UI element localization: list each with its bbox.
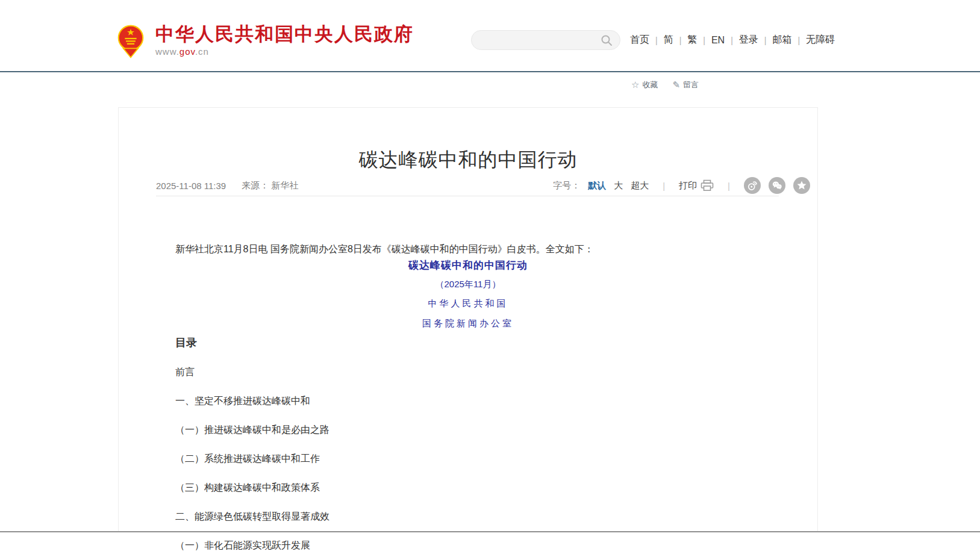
whitepaper-issuer-line2: 国务院新闻办公室 [119,318,817,329]
nav-link-simplified[interactable]: 简 [664,34,673,46]
meta-divider [156,196,779,196]
bottom-divider [0,531,980,532]
qzone-share-button[interactable] [793,177,810,194]
article-title: 碳达峰碳中和的中国行动 [119,147,817,173]
fontsize-label: 字号： [553,180,580,191]
site-logo[interactable]: 中华人民共和国中央人民政府 www.gov.cn [114,24,414,59]
fontsize-large-button[interactable]: 大 [614,180,623,191]
pen-icon: ✎ [672,79,680,90]
favorite-label: 收藏 [642,79,658,90]
site-url: www.gov.cn [155,46,414,57]
nav-link-mail[interactable]: 邮箱 [772,34,791,46]
site-title: 中华人民共和国中央人民政府 [155,24,414,45]
print-label: 打印 [679,180,697,191]
toc-item: 一、坚定不移推进碳达峰碳中和 [175,395,329,408]
toc-item: 二、能源绿色低碳转型取得显著成效 [175,511,329,523]
nav-link-english[interactable]: EN [711,35,725,46]
toc-title: 目录 [175,335,329,350]
nav-link-traditional[interactable]: 繁 [687,34,697,46]
whitepaper-heading-block: 碳达峰碳中和的中国行动 （2025年11月） 中华人民共和国 国务院新闻办公室 [119,258,817,338]
search-input[interactable] [481,35,601,46]
toc-item: 前言 [175,366,329,379]
publish-date: 2025-11-08 11:39 [156,181,226,191]
national-emblem-icon [114,24,147,59]
search-box[interactable] [471,30,620,50]
toc-item: （一）非化石能源实现跃升发展 [175,540,329,551]
whitepaper-dateline: （2025年11月） [119,279,817,290]
nav-link-accessibility[interactable]: 无障碍 [806,34,835,46]
wechat-share-button[interactable] [769,177,785,194]
wechat-icon [771,179,783,191]
toc-item: （二）系统推进碳达峰碳中和工作 [175,453,329,465]
nav-link-login[interactable]: 登录 [739,34,758,46]
weibo-icon [746,179,758,191]
search-button[interactable] [601,34,613,46]
star-icon: ☆ [631,79,639,90]
toc-item: （一）推进碳达峰碳中和是必由之路 [175,424,329,437]
source: 来源： 新华社 [242,180,298,191]
nav-link-home[interactable]: 首页 [630,34,649,46]
site-header: 中华人民共和国中央人民政府 www.gov.cn 首页 | 简 | 繁 | [0,0,980,72]
whitepaper-issuer-line1: 中华人民共和国 [119,298,817,310]
qzone-star-icon [796,179,808,191]
page-actions: ☆ 收藏 ✎ 留言 [631,79,699,90]
printer-icon [701,179,714,191]
comment-button[interactable]: ✎ 留言 [672,79,699,90]
fontsize-xlarge-button[interactable]: 超大 [631,180,649,191]
favorite-button[interactable]: ☆ 收藏 [631,79,658,90]
top-nav: 首页 | 简 | 繁 | EN | 登录 | 邮箱 | 无障碍 [630,34,835,46]
weibo-share-button[interactable] [744,177,761,194]
article-meta-row: 2025-11-08 11:39 来源： 新华社 字号： 默认 大 超大 | 打… [119,175,817,196]
comment-label: 留言 [683,79,699,90]
print-button[interactable]: 打印 [679,179,714,191]
toc-item: （三）构建碳达峰碳中和政策体系 [175,482,329,494]
search-icon [601,34,613,46]
fontsize-default-button[interactable]: 默认 [588,180,606,191]
article-card: 碳达峰碳中和的中国行动 2025-11-08 11:39 来源： 新华社 字号：… [118,107,818,532]
intro-paragraph: 新华社北京11月8日电 国务院新闻办公室8日发布《碳达峰碳中和的中国行动》白皮书… [156,241,780,257]
table-of-contents: 目录 前言 一、坚定不移推进碳达峰碳中和 （一）推进碳达峰碳中和是必由之路 （二… [175,335,329,551]
whitepaper-title: 碳达峰碳中和的中国行动 [119,258,817,272]
